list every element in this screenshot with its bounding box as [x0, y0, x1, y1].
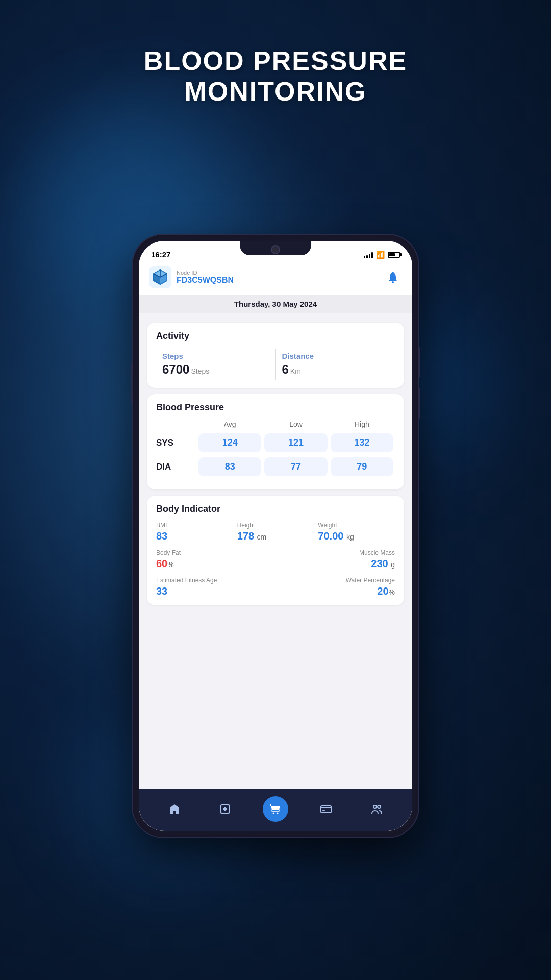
steps-value: 6700Steps	[162, 362, 269, 377]
activity-section-title: Activity	[156, 331, 395, 341]
scroll-content: Activity Steps 6700Steps Distance 6Km	[139, 316, 412, 789]
bp-sys-high: 132	[331, 433, 393, 452]
activity-row: Steps 6700Steps Distance 6Km	[156, 349, 395, 380]
status-icons: 📶	[364, 251, 400, 259]
body-grid: BMI 83 Height 178 cm Weight	[156, 522, 395, 597]
svg-point-12	[272, 813, 274, 814]
water-pct-value: 20%	[237, 585, 395, 597]
steps-label: Steps	[162, 352, 269, 360]
nav-card[interactable]	[313, 796, 339, 822]
phone-notch	[240, 241, 311, 255]
bp-sys-low: 121	[264, 433, 327, 452]
weight-item: Weight 70.00 kg	[318, 522, 395, 542]
svg-line-14	[270, 804, 271, 806]
blood-pressure-card: Blood Pressure Avg Low High SYS 124 121	[147, 394, 404, 489]
app-logo: Node ID FD3C5WQSBN	[149, 266, 234, 288]
bp-sys-avg: 124	[198, 433, 261, 452]
svg-point-8	[392, 281, 394, 283]
bp-sys-label: SYS	[156, 438, 197, 448]
bp-dia-row: DIA 83 77 79	[156, 457, 395, 476]
node-id: FD3C5WQSBN	[177, 276, 234, 285]
bp-table: Avg Low High SYS 124 121 132 DIA 83	[156, 420, 395, 476]
app-header: Node ID FD3C5WQSBN	[139, 261, 412, 295]
wifi-icon: 📶	[376, 251, 385, 259]
body-indicator-card: Body Indicator BMI 83 Height 178 cm	[147, 496, 404, 605]
bp-col-high: High	[329, 420, 395, 428]
fitness-age-value: 33	[156, 585, 233, 597]
body-section-title: Body Indicator	[156, 504, 395, 514]
battery-icon	[388, 252, 400, 258]
muscle-mass-label: Muscle Mass	[237, 549, 395, 556]
body-fat-value: 60%	[156, 558, 233, 570]
nav-health[interactable]	[212, 796, 238, 822]
water-pct-item: Water Percentage 20%	[237, 577, 395, 597]
cube-icon	[149, 266, 171, 288]
bp-col-avg: Avg	[197, 420, 263, 428]
weight-value: 70.00 kg	[318, 530, 395, 542]
bp-col-empty	[156, 420, 197, 428]
page-title: BLOOD PRESSURE MONITORING	[0, 46, 551, 107]
bp-dia-label: DIA	[156, 462, 197, 472]
distance-value: 6Km	[282, 362, 389, 377]
bp-dia-high: 79	[331, 457, 393, 476]
distance-item: Distance 6Km	[276, 349, 395, 380]
bmi-label: BMI	[156, 522, 233, 529]
node-label: Node ID	[177, 270, 234, 276]
fitness-age-label: Estimated Fitness Age	[156, 577, 233, 584]
svg-point-13	[277, 813, 278, 814]
svg-point-18	[373, 805, 377, 808]
status-time: 16:27	[151, 250, 170, 259]
bp-section-title: Blood Pressure	[156, 402, 395, 413]
muscle-mass-item: Muscle Mass 230 g	[237, 549, 395, 570]
bp-header-row: Avg Low High	[156, 420, 395, 428]
date-bar: Thursday, 30 May 2024	[139, 295, 412, 313]
bp-dia-avg: 83	[198, 457, 261, 476]
weight-label: Weight	[318, 522, 395, 529]
bmi-item: BMI 83	[156, 522, 233, 542]
body-fat-label: Body Fat	[156, 549, 233, 556]
fitness-age-item: Estimated Fitness Age 33	[156, 577, 233, 597]
bp-dia-low: 77	[264, 457, 327, 476]
muscle-mass-value: 230 g	[237, 558, 395, 570]
activity-card: Activity Steps 6700Steps Distance 6Km	[147, 323, 404, 388]
height-value: 178 cm	[237, 530, 314, 542]
bottom-nav	[139, 789, 412, 831]
notification-bell-icon[interactable]	[384, 268, 402, 286]
height-item: Height 178 cm	[237, 522, 314, 542]
current-date: Thursday, 30 May 2024	[234, 300, 317, 308]
nav-home[interactable]	[162, 796, 187, 822]
signal-icon	[364, 251, 373, 258]
nav-users[interactable]	[364, 796, 389, 822]
node-info: Node ID FD3C5WQSBN	[177, 270, 234, 285]
phone-camera	[271, 245, 280, 254]
svg-rect-15	[321, 806, 331, 813]
bmi-value: 83	[156, 530, 233, 542]
body-fat-item: Body Fat 60%	[156, 549, 233, 570]
bp-sys-row: SYS 124 121 132	[156, 433, 395, 452]
distance-label: Distance	[282, 352, 389, 360]
steps-item: Steps 6700Steps	[156, 349, 276, 380]
nav-store[interactable]	[263, 796, 288, 822]
svg-point-19	[378, 805, 381, 808]
height-label: Height	[237, 522, 314, 529]
water-pct-label: Water Percentage	[237, 577, 395, 584]
bp-col-low: Low	[263, 420, 329, 428]
svg-rect-17	[322, 810, 325, 811]
